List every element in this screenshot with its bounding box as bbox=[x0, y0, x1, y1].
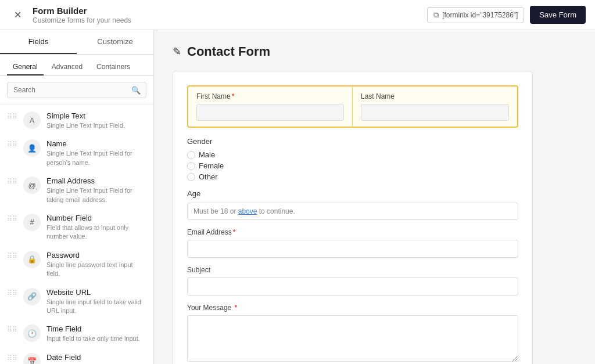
edit-icon: ✎ bbox=[173, 45, 181, 58]
field-icon: @ bbox=[23, 176, 41, 194]
first-name-cell: First Name* bbox=[188, 87, 353, 127]
list-item[interactable]: ⠿⠿ 🕐 Time Field Input field to take only… bbox=[0, 320, 153, 348]
save-button[interactable]: Save Form bbox=[530, 6, 586, 24]
list-item[interactable]: ⠿⠿ @ Email Address Single Line Text Inpu… bbox=[0, 172, 153, 209]
first-name-label: First Name* bbox=[196, 92, 344, 100]
sub-tab-advanced[interactable]: Advanced bbox=[46, 59, 88, 75]
message-textarea[interactable] bbox=[187, 315, 518, 362]
field-icon: # bbox=[23, 214, 41, 231]
app-title: Form Builder bbox=[33, 6, 427, 16]
search-box: 🔍 bbox=[0, 76, 153, 104]
tab-fields[interactable]: Fields bbox=[0, 30, 77, 54]
sub-tab-containers[interactable]: Containers bbox=[91, 59, 136, 75]
field-desc: Field that allows to input only number v… bbox=[46, 224, 146, 242]
radio-label: Female bbox=[199, 161, 224, 170]
subject-label: Subject bbox=[187, 266, 518, 274]
main-layout: Fields Customize General Advanced Contai… bbox=[0, 30, 595, 364]
drag-handle: ⠿⠿ bbox=[7, 353, 17, 362]
field-name: Email Address bbox=[46, 176, 146, 185]
search-icon: 🔍 bbox=[131, 86, 141, 95]
radio-circle bbox=[187, 151, 195, 159]
drag-handle: ⠿⠿ bbox=[7, 214, 17, 223]
sub-tab-general[interactable]: General bbox=[7, 59, 44, 75]
list-item[interactable]: ⠿⠿ A Simple Text Single Line Text Input … bbox=[0, 107, 153, 135]
radio-circle bbox=[187, 173, 195, 181]
list-item[interactable]: ⠿⠿ 🔒 Password Single line password text … bbox=[0, 246, 153, 283]
field-desc: Single Line Text Input Field for person'… bbox=[46, 149, 146, 167]
shortcode-text: [forminix id="39175286"] bbox=[442, 11, 518, 19]
app-subtitle: Customize forms for your needs bbox=[33, 16, 427, 24]
close-button[interactable]: ✕ bbox=[9, 7, 26, 23]
radio-label: Other bbox=[199, 172, 218, 181]
name-row: First Name* Last Name bbox=[187, 85, 518, 128]
form-canvas: First Name* Last Name Gender MaleFemaleO… bbox=[173, 71, 533, 364]
last-name-cell: Last Name bbox=[353, 87, 517, 127]
field-desc: Single Line Text Input Field. bbox=[46, 121, 146, 130]
radio-item[interactable]: Female bbox=[187, 161, 518, 170]
sidebar-tab-group: Fields Customize bbox=[0, 30, 153, 55]
drag-handle: ⠿⠿ bbox=[7, 325, 17, 334]
field-name: Number Field bbox=[46, 214, 146, 222]
header-right: ⧉ [forminix id="39175286"] Save Form bbox=[427, 6, 586, 24]
field-desc: Input field to take only time input. bbox=[46, 334, 146, 343]
field-name: Password bbox=[46, 251, 146, 260]
gender-label: Gender bbox=[187, 137, 518, 146]
form-content: ✎ Contact Form First Name* Last Name bbox=[154, 30, 595, 364]
radio-label: Male bbox=[199, 150, 215, 159]
drag-handle: ⠿⠿ bbox=[7, 176, 17, 186]
copy-icon: ⧉ bbox=[433, 10, 439, 20]
field-list: ⠿⠿ A Simple Text Single Line Text Input … bbox=[0, 104, 153, 364]
radio-item[interactable]: Male bbox=[187, 150, 518, 159]
field-icon: 🕐 bbox=[23, 325, 41, 342]
drag-handle: ⠿⠿ bbox=[7, 251, 17, 260]
message-section: Your Message * bbox=[187, 304, 518, 363]
email-input[interactable] bbox=[187, 240, 518, 258]
email-label: Email Address* bbox=[187, 228, 518, 236]
gender-radio-group: MaleFemaleOther bbox=[187, 150, 518, 181]
field-desc: Single line input field to take valid UR… bbox=[46, 298, 146, 316]
field-name: Simple Text bbox=[46, 111, 146, 120]
last-name-label: Last Name bbox=[361, 92, 509, 100]
field-desc: Single line password text input field. bbox=[46, 261, 146, 279]
first-name-input[interactable] bbox=[196, 104, 344, 121]
header: ✕ Form Builder Customize forms for your … bbox=[0, 0, 595, 30]
age-hint: Must be 18 or above to continue. bbox=[187, 203, 518, 220]
last-name-input[interactable] bbox=[361, 104, 509, 121]
radio-item[interactable]: Other bbox=[187, 172, 518, 181]
age-section: Age Must be 18 or above to continue. bbox=[187, 189, 518, 220]
tab-customize[interactable]: Customize bbox=[77, 30, 153, 54]
field-desc: Single Line Text Input Field for taking … bbox=[46, 186, 146, 204]
search-input[interactable] bbox=[7, 82, 146, 98]
list-item[interactable]: ⠿⠿ 🔗 Website URL Single line input field… bbox=[0, 283, 153, 320]
subject-input[interactable] bbox=[187, 277, 518, 295]
gender-section: Gender MaleFemaleOther bbox=[187, 137, 518, 181]
shortcode-box[interactable]: ⧉ [forminix id="39175286"] bbox=[427, 7, 524, 23]
age-label: Age bbox=[187, 189, 518, 198]
email-section: Email Address* bbox=[187, 228, 518, 258]
field-name: Time Field bbox=[46, 325, 146, 333]
list-item[interactable]: ⠿⠿ 👤 Name Single Line Text Input Field f… bbox=[0, 135, 153, 172]
age-hint-link[interactable]: above bbox=[238, 207, 257, 215]
sidebar: Fields Customize General Advanced Contai… bbox=[0, 30, 154, 364]
field-icon: 📅 bbox=[23, 353, 41, 364]
sub-tab-group: General Advanced Containers bbox=[0, 55, 153, 76]
form-title: Contact Form bbox=[187, 44, 270, 59]
field-name: Name bbox=[46, 139, 146, 148]
field-icon: A bbox=[23, 111, 41, 129]
field-icon: 👤 bbox=[23, 139, 41, 157]
list-item[interactable]: ⠿⠿ 📅 Date Field Input field to take only… bbox=[0, 348, 153, 364]
header-title-block: Form Builder Customize forms for your ne… bbox=[33, 6, 427, 24]
radio-circle bbox=[187, 162, 195, 170]
field-name: Website URL bbox=[46, 288, 146, 297]
drag-handle: ⠿⠿ bbox=[7, 139, 17, 149]
drag-handle: ⠿⠿ bbox=[7, 111, 17, 121]
field-icon: 🔗 bbox=[23, 288, 41, 305]
list-item[interactable]: ⠿⠿ # Number Field Field that allows to i… bbox=[0, 209, 153, 246]
form-header: ✎ Contact Form bbox=[173, 44, 576, 59]
subject-section: Subject bbox=[187, 266, 518, 295]
message-label: Your Message * bbox=[187, 304, 518, 312]
drag-handle: ⠿⠿ bbox=[7, 288, 17, 297]
field-name: Date Field bbox=[46, 353, 146, 362]
field-icon: 🔒 bbox=[23, 251, 41, 268]
